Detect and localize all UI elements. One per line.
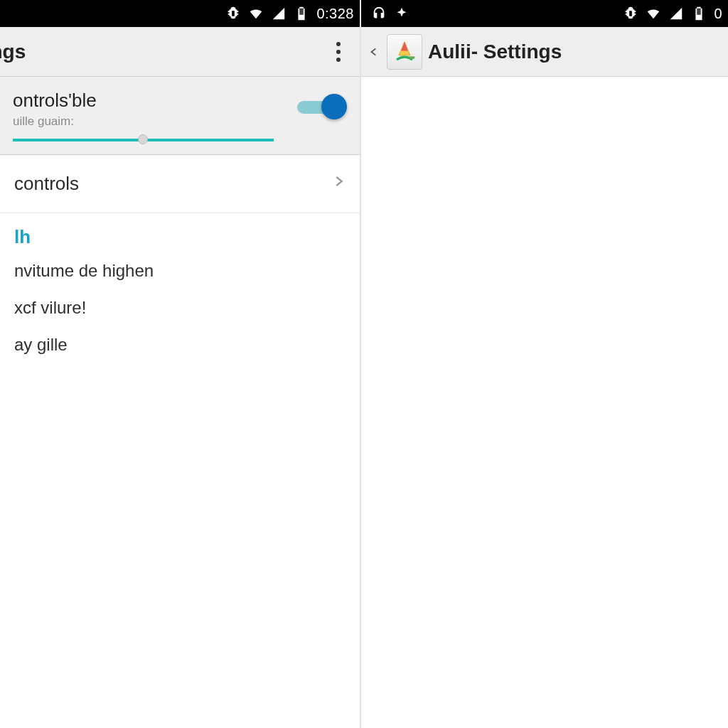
status-clock: 0:328 (316, 6, 354, 22)
volume-slider[interactable] (13, 139, 274, 141)
android-debug-icon (623, 6, 638, 21)
list-item[interactable]: ay gille (0, 326, 360, 363)
back-button[interactable] (367, 44, 381, 60)
overflow-menu-button[interactable] (324, 34, 353, 70)
controls-nav-row[interactable]: controls (0, 155, 360, 213)
page-title: Aulii- Settings (428, 41, 562, 63)
plus-icon (394, 6, 410, 21)
android-debug-icon (225, 6, 241, 21)
svg-marker-1 (401, 41, 408, 50)
app-icon (387, 34, 422, 70)
wifi-icon (646, 6, 661, 21)
action-bar: ttings (0, 27, 360, 77)
status-clock: 0 (714, 6, 722, 22)
nav-row-label: controls (14, 173, 79, 195)
headset-icon (371, 6, 387, 21)
phone-screenshot-right: 0 Aulii- Settings (361, 0, 728, 728)
battery-icon (294, 6, 309, 21)
empty-content-area (361, 77, 728, 728)
controls-toggle-row[interactable]: ontrols'ble uille guaim: (0, 77, 360, 155)
status-bar: 0:328 (0, 0, 360, 27)
list-item[interactable]: nvitume de highen (0, 252, 360, 289)
page-title: ttings (0, 41, 26, 63)
cell-signal-icon (271, 6, 287, 21)
chevron-right-icon (333, 171, 346, 197)
controls-switch[interactable] (297, 94, 344, 119)
phone-screenshot-left: 0:328 ttings ontrols'ble uille guaim: (0, 0, 361, 728)
section-header: lh (0, 213, 360, 252)
wifi-icon (248, 6, 264, 21)
svg-rect-2 (409, 56, 414, 58)
status-bar: 0 (361, 0, 728, 27)
cell-signal-icon (668, 6, 684, 21)
slider-thumb-icon[interactable] (138, 134, 148, 144)
battery-icon (691, 6, 707, 21)
list-item[interactable]: xcf vilure! (0, 289, 360, 326)
action-bar: Aulii- Settings (361, 27, 728, 77)
